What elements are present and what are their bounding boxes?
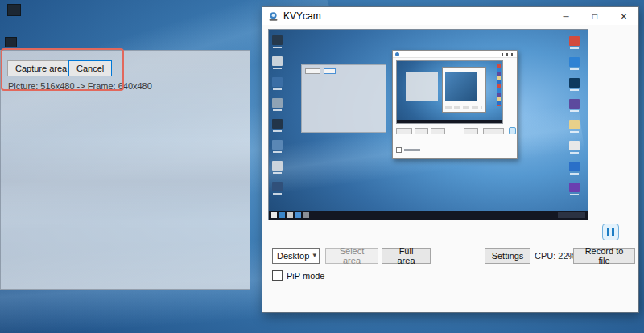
preview-nested-window-controls	[502, 53, 514, 56]
shortcut-icon	[295, 212, 301, 218]
preview-left-icons	[272, 35, 283, 191]
desktop-icon[interactable]	[7, 4, 21, 16]
shortcut-icon	[569, 183, 580, 192]
preview-capture-button	[305, 68, 320, 74]
preview-nested-control	[464, 128, 478, 134]
kvycam-window: KVYcam ─ □ ✕	[262, 6, 639, 313]
shortcut-icon	[287, 212, 293, 218]
preview-nested-capture-overlay	[406, 72, 438, 101]
preview-deep-icon-strip	[497, 64, 501, 106]
shortcut-icon	[272, 56, 283, 66]
preview-nested-app-icon	[395, 52, 399, 56]
shortcut-icon	[272, 35, 283, 45]
pause-button[interactable]	[602, 224, 619, 240]
shortcut-icon	[569, 99, 580, 109]
pause-icon	[607, 228, 614, 236]
preview-nested-control	[415, 128, 428, 134]
preview-deep-taskbar	[397, 120, 502, 123]
shortcut-icon	[279, 212, 285, 218]
shortcut-icon	[569, 36, 580, 46]
shortcut-icon	[272, 77, 283, 87]
preview-deep-buttons	[445, 106, 482, 109]
app-icon	[268, 11, 279, 22]
shortcut-icon	[569, 57, 580, 67]
preview-taskbar-tray	[558, 212, 585, 218]
preview-capture-overlay	[301, 64, 386, 133]
preview-taskbar	[269, 211, 588, 220]
preview-nested-preview	[396, 60, 503, 124]
preview-nested-checkbox	[396, 147, 402, 153]
shortcut-icon	[272, 140, 283, 150]
annotation-highlight-box	[1, 48, 124, 91]
shortcut-icon	[271, 212, 277, 218]
preview-taskbar-icons	[269, 211, 309, 220]
video-preview	[268, 29, 588, 220]
shortcut-icon	[569, 162, 580, 171]
minimize-button[interactable]: ─	[551, 7, 580, 25]
record-to-file-button[interactable]: Record to file	[573, 248, 635, 264]
preview-nested-control	[396, 128, 412, 134]
desktop-icon[interactable]	[5, 37, 17, 47]
preview-deep-preview	[445, 72, 477, 101]
source-dropdown-value: Desktop	[277, 251, 309, 261]
source-dropdown[interactable]: Desktop ▾	[272, 248, 320, 264]
shortcut-icon	[272, 119, 283, 129]
title-bar[interactable]: KVYcam ─ □ ✕	[262, 7, 638, 25]
preview-nested-titlebar	[393, 51, 517, 58]
pip-mode-checkbox[interactable]	[272, 270, 283, 281]
window-title: KVYcam	[283, 10, 321, 22]
cpu-usage-label: CPU: 22%	[535, 251, 576, 261]
preview-nested-control	[431, 128, 445, 134]
preview-cancel-button	[324, 68, 336, 74]
preview-nested-control	[483, 128, 504, 134]
shortcut-icon	[569, 120, 580, 130]
shortcut-icon	[272, 182, 283, 191]
preview-nested-checkbox-label	[404, 149, 420, 151]
full-area-button[interactable]: Full area	[382, 248, 431, 264]
shortcut-icon	[569, 141, 580, 150]
pip-mode-row: PiP mode	[272, 270, 325, 281]
chevron-down-icon: ▾	[312, 251, 316, 259]
maximize-button[interactable]: □	[580, 7, 609, 25]
preview-nested-nested-window	[442, 67, 486, 113]
shortcut-icon	[272, 98, 283, 108]
preview-nested-pause-icon	[509, 127, 516, 134]
shortcut-icon	[569, 78, 580, 88]
preview-nested-window	[392, 50, 518, 159]
select-area-button[interactable]: Select area	[325, 248, 378, 264]
shortcut-icon	[272, 161, 283, 171]
settings-button[interactable]: Settings	[485, 248, 530, 264]
preview-right-icons	[569, 36, 580, 192]
shortcut-icon	[303, 212, 309, 218]
pip-mode-label: PiP mode	[287, 271, 325, 281]
close-button[interactable]: ✕	[609, 7, 638, 25]
